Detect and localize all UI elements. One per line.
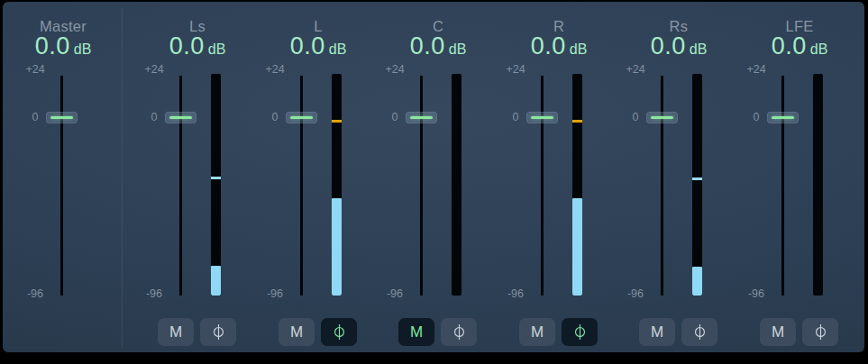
scale-label-minus96: -96 xyxy=(608,288,662,300)
fader-track[interactable] xyxy=(781,76,784,296)
fader-track[interactable] xyxy=(661,76,663,296)
scale-label-plus24: +24 xyxy=(8,64,62,76)
fader-track[interactable] xyxy=(541,76,544,296)
mute-button-c[interactable]: M xyxy=(398,318,434,346)
mute-button-l[interactable]: M xyxy=(279,318,315,346)
mute-button-label: M xyxy=(169,324,182,340)
master-section-divider xyxy=(122,7,123,347)
phase-button-rs[interactable] xyxy=(681,318,717,346)
gain-value-number: 0.0 xyxy=(290,32,325,59)
meter-fill xyxy=(692,267,702,296)
scale-label-minus96: -96 xyxy=(729,288,783,300)
fader-track[interactable] xyxy=(300,76,303,296)
fader-thumb-line xyxy=(169,116,192,119)
peak-hold-indicator xyxy=(332,120,342,123)
gain-value-number: 0.0 xyxy=(35,32,70,59)
gain-value[interactable]: 0.0dB xyxy=(745,32,854,60)
fader-track[interactable] xyxy=(60,76,63,296)
channel-buttons: M xyxy=(760,318,838,346)
mute-button-ls[interactable]: M xyxy=(158,318,194,346)
phase-button-lfe[interactable] xyxy=(802,318,838,346)
fader-thumb-line xyxy=(410,116,433,119)
mute-button-label: M xyxy=(772,324,784,340)
channel-c: C 0.0dB +24 0 -96 M xyxy=(384,2,492,352)
peak-hold-indicator xyxy=(572,120,582,123)
gain-value-number: 0.0 xyxy=(410,32,445,59)
fader-track[interactable] xyxy=(179,76,182,296)
gain-value-number: 0.0 xyxy=(169,32,205,59)
level-meter-ls xyxy=(211,74,221,296)
gain-value[interactable]: 0.0dB xyxy=(384,32,492,60)
phase-invert-icon xyxy=(692,321,708,343)
scale-label-plus24: +24 xyxy=(489,64,543,76)
channel-l: L 0.0dB +24 0 -96 M xyxy=(264,2,372,352)
fader-thumb-l[interactable] xyxy=(286,112,317,123)
mute-button-rs[interactable]: M xyxy=(639,318,675,346)
gain-value-unit: dB xyxy=(449,41,467,57)
scale-label-plus24: +24 xyxy=(608,64,662,76)
fader-thumb-line xyxy=(651,116,673,119)
scale-label-minus96: -96 xyxy=(489,288,543,300)
mute-button-label: M xyxy=(410,324,423,340)
gain-value-unit: dB xyxy=(810,41,828,57)
gain-value[interactable]: 0.0dB xyxy=(625,32,733,60)
plugin-window-frame: Master 0.0dB +24 0 -96 Ls 0.0dB +24 0 -9… xyxy=(0,0,868,364)
phase-invert-icon xyxy=(452,321,467,343)
fader-thumb-rs[interactable] xyxy=(646,112,678,123)
fader-thumb-master[interactable] xyxy=(46,112,78,123)
fader-thumb-line xyxy=(290,116,313,119)
fader-track[interactable] xyxy=(420,76,423,296)
gain-value-unit: dB xyxy=(74,41,92,57)
fader-thumb-line xyxy=(772,116,794,119)
level-meter-rs xyxy=(692,74,702,296)
gain-value-number: 0.0 xyxy=(651,32,686,59)
channel-buttons: M xyxy=(279,318,357,346)
gain-value-number: 0.0 xyxy=(531,32,566,59)
gain-value-unit: dB xyxy=(329,41,347,57)
meter-fill xyxy=(211,266,221,296)
scale-label-minus96: -96 xyxy=(248,288,302,300)
phase-button-ls[interactable] xyxy=(200,318,236,346)
channel-ls: Ls 0.0dB +24 0 -96 M xyxy=(143,2,251,352)
peak-hold-indicator xyxy=(692,177,702,180)
channel-buttons: M xyxy=(158,318,236,346)
scale-label-plus24: +24 xyxy=(729,64,783,76)
gain-value[interactable]: 0.0dB xyxy=(9,32,117,60)
channel-lfe: LFE 0.0dB +24 0 -96 M xyxy=(745,2,854,352)
gain-value-unit: dB xyxy=(570,41,588,57)
phase-invert-icon xyxy=(211,321,226,343)
gain-value-number: 0.0 xyxy=(772,32,807,59)
fader-thumb-r[interactable] xyxy=(526,112,558,123)
phase-button-r[interactable] xyxy=(562,318,598,346)
scale-label-minus96: -96 xyxy=(8,288,62,300)
scale-label-minus96: -96 xyxy=(368,288,422,300)
gain-value[interactable]: 0.0dB xyxy=(505,32,613,60)
channel-rs: Rs 0.0dB +24 0 -96 M xyxy=(625,2,733,352)
fader-thumb-line xyxy=(531,116,553,119)
level-meter-lfe xyxy=(813,74,823,296)
gain-value-unit: dB xyxy=(208,41,226,57)
mute-button-label: M xyxy=(651,324,663,340)
channel-r: R 0.0dB +24 0 -96 M xyxy=(505,2,613,352)
phase-button-l[interactable] xyxy=(321,318,357,346)
gain-value[interactable]: 0.0dB xyxy=(143,32,251,60)
channel-buttons: M xyxy=(519,318,598,346)
surround-gain-panel: Master 0.0dB +24 0 -96 Ls 0.0dB +24 0 -9… xyxy=(3,2,864,352)
phase-invert-icon xyxy=(572,321,588,343)
level-meter-l xyxy=(332,74,342,296)
level-meter-c xyxy=(452,74,461,296)
fader-thumb-lfe[interactable] xyxy=(767,112,799,123)
channel-master: Master 0.0dB +24 0 -96 xyxy=(9,2,117,352)
phase-button-c[interactable] xyxy=(441,318,477,346)
meter-fill xyxy=(332,198,342,296)
mute-button-label: M xyxy=(531,324,544,340)
mute-button-r[interactable]: M xyxy=(519,318,555,346)
phase-invert-icon xyxy=(813,321,828,343)
channel-buttons: M xyxy=(398,318,477,346)
scale-label-plus24: +24 xyxy=(127,64,181,76)
scale-label-plus24: +24 xyxy=(248,64,302,76)
fader-thumb-c[interactable] xyxy=(406,112,437,123)
gain-value[interactable]: 0.0dB xyxy=(264,32,372,60)
fader-thumb-ls[interactable] xyxy=(165,112,196,123)
mute-button-lfe[interactable]: M xyxy=(760,318,796,346)
